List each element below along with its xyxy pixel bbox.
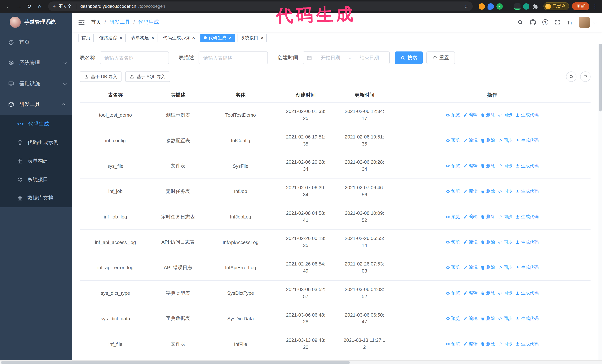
help-icon[interactable]: ?	[542, 19, 548, 25]
preview-link[interactable]: 预览	[446, 137, 460, 144]
sidebar-item-infra[interactable]: 基础设施	[0, 73, 72, 94]
edit-link[interactable]: 编辑	[463, 188, 478, 195]
generate-code-link[interactable]: 生成代码	[515, 214, 539, 220]
security-label[interactable]: 不安全	[59, 3, 72, 10]
tab-codegen-example[interactable]: 代码生成示例 ×	[160, 33, 198, 42]
import-db-button[interactable]: 基于 DB 导入	[80, 72, 122, 82]
delete-link[interactable]: 删除	[481, 265, 495, 271]
tab-system-api[interactable]: 系统接口 ×	[237, 33, 267, 42]
horizontal-scrollbar[interactable]	[0, 360, 602, 364]
edit-link[interactable]: 编辑	[463, 239, 478, 246]
extension-icon[interactable]	[487, 3, 494, 10]
generate-code-link[interactable]: 生成代码	[515, 315, 539, 322]
delete-link[interactable]: 删除	[481, 341, 495, 347]
start-date-placeholder[interactable]: 开始日期	[314, 54, 347, 61]
edit-link[interactable]: 编辑	[463, 112, 478, 118]
sidebar-item-system-api[interactable]: 系统接口	[0, 170, 72, 189]
generate-code-link[interactable]: 生成代码	[515, 137, 539, 144]
preview-link[interactable]: 预览	[446, 341, 460, 347]
tab-codegen[interactable]: 代码生成 ×	[200, 33, 235, 42]
sync-link[interactable]: 同步	[498, 265, 512, 271]
table-name-input[interactable]	[100, 52, 169, 64]
browser-back-icon[interactable]: ←	[4, 1, 13, 11]
delete-link[interactable]: 删除	[481, 112, 495, 118]
edit-link[interactable]: 编辑	[463, 341, 478, 347]
refresh-table-button[interactable]	[580, 72, 591, 82]
sidebar-item-form-builder[interactable]: 表单构建	[0, 152, 72, 170]
sync-link[interactable]: 同步	[498, 163, 512, 169]
delete-link[interactable]: 删除	[481, 163, 495, 169]
preview-link[interactable]: 预览	[446, 265, 460, 271]
delete-link[interactable]: 删除	[481, 188, 495, 195]
extension-icon[interactable]	[505, 3, 511, 10]
sidebar-item-db-docs[interactable]: 数据库文档	[0, 189, 72, 207]
browser-update-button[interactable]: 更新	[572, 2, 589, 10]
paused-badge[interactable]: 已暂停	[543, 2, 569, 10]
table-desc-input[interactable]	[199, 52, 268, 64]
breadcrumb-section[interactable]: 研发工具	[109, 19, 130, 26]
sync-link[interactable]: 同步	[498, 214, 512, 220]
generate-code-link[interactable]: 生成代码	[515, 265, 539, 271]
delete-link[interactable]: 删除	[481, 239, 495, 246]
edit-link[interactable]: 编辑	[463, 315, 478, 322]
generate-code-link[interactable]: 生成代码	[515, 239, 539, 246]
sync-link[interactable]: 同步	[498, 341, 512, 347]
edit-link[interactable]: 编辑	[463, 137, 478, 144]
preview-link[interactable]: 预览	[446, 188, 460, 195]
close-icon[interactable]: ×	[261, 35, 263, 40]
delete-link[interactable]: 删除	[481, 315, 495, 322]
sidebar-item-devtools[interactable]: 研发工具	[0, 94, 72, 115]
close-icon[interactable]: ×	[151, 35, 154, 40]
close-icon[interactable]: ×	[229, 35, 232, 40]
delete-link[interactable]: 删除	[481, 290, 495, 296]
generate-code-link[interactable]: 生成代码	[515, 341, 539, 347]
extension-icon[interactable]: ✓	[496, 3, 503, 10]
browser-reload-icon[interactable]: ↻	[24, 1, 34, 11]
extension-icon[interactable]	[514, 3, 520, 10]
sync-link[interactable]: 同步	[498, 290, 512, 296]
sync-link[interactable]: 同步	[498, 239, 512, 246]
scrollbar-thumb[interactable]	[1, 361, 350, 364]
sidebar-item-codegen[interactable]: </> 代码生成	[0, 115, 72, 133]
delete-link[interactable]: 删除	[481, 214, 495, 220]
extensions-puzzle-icon[interactable]	[532, 3, 538, 10]
generate-code-link[interactable]: 生成代码	[515, 163, 539, 169]
reset-button[interactable]: 重置	[426, 52, 455, 64]
edit-link[interactable]: 编辑	[463, 265, 478, 271]
import-sql-button[interactable]: 基于 SQL 导入	[125, 72, 170, 82]
sync-link[interactable]: 同步	[498, 137, 512, 144]
browser-menu-icon[interactable]: ⋮	[592, 3, 598, 9]
tab-trace[interactable]: 链路追踪 ×	[96, 33, 126, 42]
hamburger-icon[interactable]	[78, 20, 85, 25]
toggle-search-button[interactable]	[566, 72, 576, 82]
preview-link[interactable]: 预览	[446, 315, 460, 322]
extension-icon[interactable]	[478, 3, 485, 10]
tab-form-builder[interactable]: 表单构建 ×	[128, 33, 157, 42]
edit-link[interactable]: 编辑	[463, 214, 478, 220]
extension-icon[interactable]	[523, 3, 529, 10]
github-icon[interactable]	[530, 19, 536, 25]
search-icon[interactable]	[517, 19, 523, 25]
user-avatar[interactable]	[579, 17, 590, 28]
sync-link[interactable]: 同步	[498, 188, 512, 195]
delete-link[interactable]: 删除	[481, 137, 495, 144]
sidebar-item-home[interactable]: 首页	[0, 32, 72, 52]
close-icon[interactable]: ×	[192, 35, 195, 40]
preview-link[interactable]: 预览	[446, 290, 460, 296]
end-date-placeholder[interactable]: 结束日期	[353, 54, 386, 61]
preview-link[interactable]: 预览	[446, 112, 460, 118]
generate-code-link[interactable]: 生成代码	[515, 112, 539, 118]
generate-code-link[interactable]: 生成代码	[515, 188, 539, 195]
preview-link[interactable]: 预览	[446, 214, 460, 220]
bookmark-star-icon[interactable]: ☆	[464, 3, 468, 9]
address-bar[interactable]: ⚠ 不安全 dashboard.yudao.iocoder.cn/tool/co…	[48, 1, 473, 11]
edit-link[interactable]: 编辑	[463, 163, 478, 169]
sync-link[interactable]: 同步	[498, 315, 512, 322]
browser-home-icon[interactable]: ⌂	[35, 1, 44, 11]
vertical-scrollbar[interactable]	[598, 13, 602, 360]
sidebar-item-system[interactable]: 系统管理	[0, 52, 72, 73]
sidebar-item-codegen-example[interactable]: 代码生成示例	[0, 133, 72, 152]
preview-link[interactable]: 预览	[446, 163, 460, 169]
generate-code-link[interactable]: 生成代码	[515, 290, 539, 296]
date-range-picker[interactable]: 开始日期 - 结束日期	[303, 52, 390, 64]
